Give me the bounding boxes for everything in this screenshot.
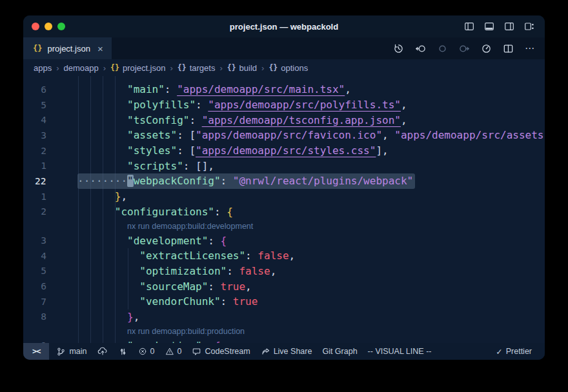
navigate-neutral-icon (437, 43, 448, 54)
window-controls (23, 23, 65, 30)
close-window-button[interactable] (32, 23, 39, 30)
code-text: }, (59, 311, 139, 323)
code-token: : (189, 114, 201, 126)
status-remote-indicator[interactable]: >< (23, 343, 49, 360)
code-token: "development" (127, 235, 208, 247)
code-token: "production" (127, 340, 202, 343)
status-git-graph[interactable]: Git Graph (317, 343, 362, 360)
breadcrumb-item-apps[interactable]: apps (34, 63, 52, 73)
breadcrumb-item-build[interactable]: {}build (227, 63, 257, 73)
code-token: webpackConfig" (134, 175, 221, 187)
code-editor[interactable]: 6 "main": "apps/demoapp/src/main.tsx",5 … (23, 76, 545, 343)
code-line[interactable]: 8 }, (23, 309, 545, 325)
toggle-secondary-sidebar-icon[interactable] (504, 21, 514, 32)
status-item-label: main (69, 347, 86, 356)
status-item-label: Prettier (506, 347, 532, 356)
breadcrumb-item-demoapp[interactable]: demoapp (64, 63, 99, 73)
codelens-run-link[interactable]: nx run demoapp:build:production (59, 327, 245, 336)
code-token: "styles" (127, 144, 177, 157)
status-git-branch[interactable]: main (51, 343, 92, 360)
code-token: "scripts" (127, 160, 183, 172)
code-line[interactable]: 5 "polyfills": "apps/demoapp/src/polyfil… (23, 97, 545, 113)
minimize-window-button[interactable] (45, 23, 52, 30)
braces-icon: {} (227, 63, 236, 72)
code-token (77, 295, 139, 308)
check-icon: ✓ (496, 347, 502, 357)
code-token (77, 114, 127, 126)
code-token: "@nrwl/react/plugins/webpack" (233, 175, 413, 187)
code-token: ] (376, 144, 382, 157)
zoom-window-button[interactable] (57, 23, 65, 30)
status-vim-mode[interactable]: -- VISUAL LINE -- (363, 343, 437, 360)
timeline-history-icon[interactable] (393, 43, 404, 54)
code-token: , (134, 311, 140, 323)
status-errors[interactable]: 0 (133, 343, 160, 360)
line-number: 4 (23, 115, 59, 125)
navigate-back-icon[interactable] (415, 43, 426, 54)
code-token: { (227, 206, 233, 218)
code-line[interactable]: 9 "production": { (23, 338, 545, 343)
breadcrumb-label: targets (190, 63, 216, 73)
toggle-primary-sidebar-icon[interactable] (464, 21, 474, 32)
code-line[interactable]: 6 "sourceMap": true, (23, 279, 545, 294)
line-number: 8 (23, 311, 59, 322)
json-file-icon: {} (33, 44, 42, 53)
code-text: "assets": ["apps/demoapp/src/favicon.ico… (59, 129, 545, 141)
code-line[interactable]: 1 }, (23, 189, 545, 204)
code-line[interactable]: 7 "vendorChunk": true (23, 294, 545, 309)
code-token: , (289, 250, 296, 262)
run-target-icon[interactable] (481, 43, 492, 54)
code-token (77, 190, 115, 202)
status-warnings[interactable]: 0 (160, 343, 187, 360)
tab-project-json[interactable]: {} project.json × (23, 37, 112, 59)
codelens-line[interactable]: nx run demoapp:build:production (23, 324, 545, 338)
status-sync[interactable] (92, 343, 113, 360)
titlebar: project.json — webpackold (23, 15, 545, 37)
error-icon (138, 347, 147, 356)
code-token: true (221, 280, 246, 293)
braces-icon: {} (110, 63, 119, 72)
line-number: 6 (23, 84, 59, 95)
status-prettier[interactable]: ✓Prettier (491, 343, 537, 360)
sliders-icon (118, 347, 128, 357)
code-line[interactable]: 6 "main": "apps/demoapp/src/main.tsx", (23, 82, 545, 97)
code-line[interactable]: 3 "development": { (23, 233, 545, 248)
breadcrumb-label: demoapp (64, 63, 99, 73)
customize-layout-icon[interactable] (524, 21, 534, 32)
toggle-panel-icon[interactable] (484, 21, 494, 32)
more-actions-icon[interactable]: ⋯ (525, 43, 535, 54)
status-codestream[interactable]: CodeStream (187, 343, 255, 360)
code-line[interactable]: 4 "extractLicenses": false, (23, 248, 545, 264)
code-token: true (233, 295, 258, 308)
code-token: [ (189, 144, 196, 157)
code-line[interactable]: 2 "configurations": { (23, 204, 545, 220)
code-token: "assets" (127, 129, 177, 141)
code-line[interactable]: 4 "tsConfig": "apps/demoapp/tsconfig.app… (23, 112, 545, 128)
code-line[interactable]: 5 "optimization": false, (23, 264, 545, 279)
split-editor-icon[interactable] (503, 43, 514, 54)
code-token: : (177, 129, 189, 141)
code-token: "apps/demoapp/src/main.tsx" (177, 83, 345, 95)
breadcrumb: apps›demoapp›{}project.json›{}targets›{}… (23, 59, 545, 76)
close-tab-icon[interactable]: × (97, 43, 103, 54)
braces-icon: {} (269, 63, 278, 72)
breadcrumb-item-project-json[interactable]: {}project.json (110, 63, 165, 73)
code-text: "sourceMap": true, (59, 280, 252, 293)
line-number: 3 (23, 235, 59, 246)
code-line[interactable]: 1 "scripts": [], (23, 158, 545, 173)
breadcrumb-item-options[interactable]: {}options (269, 63, 308, 73)
line-number: 2 (23, 146, 59, 156)
line-number: 22 (23, 176, 59, 186)
status-live-share[interactable]: Live Share (256, 343, 318, 360)
code-line[interactable]: 3 "assets": ["apps/demoapp/src/favicon.i… (23, 128, 545, 143)
status-source-control-graph[interactable] (113, 343, 133, 360)
codelens-line[interactable]: nx run demoapp:build:development (23, 219, 545, 233)
code-token: false (258, 250, 289, 262)
line-number: 3 (23, 130, 59, 141)
code-line[interactable]: 22········"webpackConfig": "@nrwl/react/… (23, 173, 545, 189)
code-token: : (183, 160, 196, 172)
code-line[interactable]: 2 "styles": ["apps/demoapp/src/styles.cs… (23, 143, 545, 159)
vscode-window: project.json — webpackold {} project.jso… (23, 15, 545, 360)
codelens-run-link[interactable]: nx run demoapp:build:development (59, 222, 253, 231)
breadcrumb-item-targets[interactable]: {}targets (178, 63, 216, 73)
